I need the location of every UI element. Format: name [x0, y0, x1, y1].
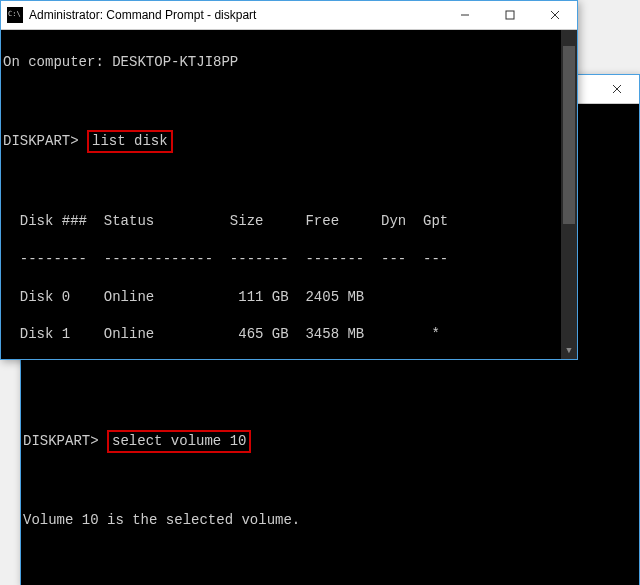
scroll-down-icon[interactable]: ▼ [561, 343, 577, 359]
minimize-button[interactable] [442, 1, 487, 29]
disk-header: Disk ### Status Size Free Dyn Gpt [3, 212, 575, 231]
scrollbar[interactable]: ▲ ▼ [561, 30, 577, 359]
maximize-button[interactable] [487, 1, 532, 29]
cmd-icon [7, 7, 23, 23]
close-button[interactable] [532, 1, 577, 29]
computer-line: On computer: DESKTOP-KTJI8PP [3, 53, 575, 72]
prompt: DISKPART> [23, 433, 99, 449]
highlighted-cmd-select-volume: select volume 10 [107, 430, 251, 453]
disk-divider: -------- ------------- ------- ------- -… [3, 250, 575, 269]
disk-row: Disk 0 Online 111 GB 2405 MB [3, 288, 575, 307]
selected-volume-msg: Volume 10 is the selected volume. [23, 511, 637, 530]
scroll-thumb[interactable] [563, 46, 575, 224]
svg-rect-5 [506, 11, 514, 19]
prompt: DISKPART> [3, 133, 79, 149]
scroll-track[interactable] [561, 46, 577, 343]
titlebar-front[interactable]: Administrator: Command Prompt - diskpart [1, 1, 577, 30]
highlighted-cmd-list-disk: list disk [87, 130, 173, 153]
cmd-window-front: Administrator: Command Prompt - diskpart… [0, 0, 578, 360]
disk-row: Disk 1 Online 465 GB 3458 MB * [3, 325, 575, 344]
window-buttons-front [442, 1, 577, 29]
close-button[interactable] [594, 75, 639, 103]
terminal-front[interactable]: On computer: DESKTOP-KTJI8PP DISKPART> l… [1, 30, 577, 359]
window-title-front: Administrator: Command Prompt - diskpart [29, 8, 442, 22]
